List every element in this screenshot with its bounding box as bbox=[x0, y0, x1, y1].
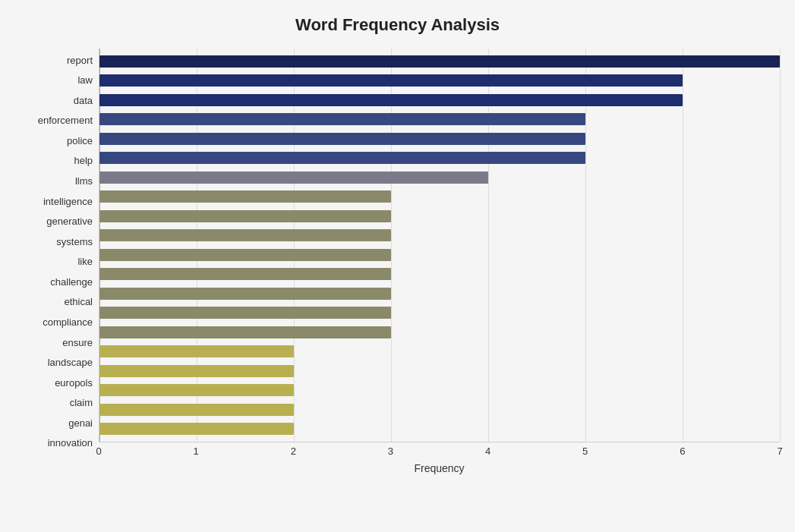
y-label: challenge bbox=[50, 272, 93, 291]
x-tick: 2 bbox=[291, 445, 296, 457]
bar-row bbox=[99, 245, 780, 265]
bar-row bbox=[99, 304, 780, 323]
chart-container: Word Frequency Analysis reportlawdataenf… bbox=[0, 0, 795, 532]
x-tick: 1 bbox=[194, 445, 199, 457]
bar bbox=[99, 229, 391, 241]
y-label: ensure bbox=[62, 332, 93, 352]
y-label: like bbox=[77, 252, 93, 272]
x-tick: 4 bbox=[485, 445, 491, 457]
y-label: police bbox=[67, 131, 93, 150]
bar bbox=[99, 423, 294, 435]
y-axis: reportlawdataenforcementpolicehelpllmsin… bbox=[15, 49, 99, 474]
bar-row bbox=[99, 400, 780, 420]
bar-row bbox=[99, 110, 780, 130]
bar bbox=[99, 268, 391, 280]
bar-row bbox=[99, 342, 780, 362]
bar bbox=[99, 345, 294, 357]
y-label: law bbox=[77, 71, 93, 90]
y-label: data bbox=[74, 90, 93, 110]
x-tick: 7 bbox=[777, 445, 782, 457]
bar bbox=[99, 288, 391, 300]
x-tick: 5 bbox=[582, 445, 588, 457]
bar bbox=[99, 172, 488, 184]
bar-row bbox=[99, 187, 780, 207]
bar-row bbox=[99, 206, 780, 226]
bar bbox=[99, 404, 294, 416]
x-tick: 6 bbox=[680, 445, 685, 457]
chart-title: Word Frequency Analysis bbox=[15, 15, 780, 35]
y-label: llms bbox=[75, 171, 93, 190]
bars-and-x: 01234567 Frequency bbox=[99, 49, 780, 474]
y-label: intelligence bbox=[43, 191, 93, 211]
bar bbox=[99, 190, 391, 203]
bar-row bbox=[99, 323, 780, 342]
bar bbox=[99, 249, 391, 261]
bar bbox=[99, 365, 294, 377]
bar bbox=[99, 74, 683, 87]
bar bbox=[99, 210, 391, 222]
bar bbox=[99, 152, 585, 164]
bar-row bbox=[99, 381, 780, 401]
bar bbox=[99, 55, 780, 68]
bar-row bbox=[99, 284, 780, 304]
y-label: enforcement bbox=[38, 111, 93, 131]
bar-row bbox=[99, 168, 780, 187]
grid-line bbox=[780, 49, 781, 442]
x-tick: 0 bbox=[96, 445, 101, 457]
bar-row bbox=[99, 265, 780, 285]
y-label: landscape bbox=[48, 353, 93, 373]
bar bbox=[99, 326, 391, 338]
bar-row bbox=[99, 420, 780, 439]
chart-area: reportlawdataenforcementpolicehelpllmsin… bbox=[15, 49, 780, 474]
y-label: help bbox=[74, 151, 93, 171]
bars-area bbox=[99, 49, 780, 442]
bar-row bbox=[99, 90, 780, 110]
x-axis: 01234567 bbox=[99, 442, 780, 459]
x-tick: 3 bbox=[388, 445, 393, 457]
y-label: ethical bbox=[64, 292, 93, 312]
y-label: generative bbox=[46, 212, 93, 231]
bar-row bbox=[99, 361, 780, 381]
y-label: report bbox=[67, 50, 93, 70]
bar-row bbox=[99, 52, 780, 71]
y-label: innovation bbox=[48, 433, 93, 453]
bar-row bbox=[99, 71, 780, 91]
y-label: claim bbox=[70, 393, 93, 413]
bar-row bbox=[99, 226, 780, 246]
bar bbox=[99, 307, 391, 319]
bar bbox=[99, 113, 585, 125]
y-label: genai bbox=[68, 413, 93, 433]
bar bbox=[99, 94, 683, 106]
x-axis-label: Frequency bbox=[99, 462, 780, 474]
y-label: systems bbox=[56, 231, 93, 251]
bar-row bbox=[99, 149, 780, 168]
y-label: compliance bbox=[43, 313, 93, 332]
y-label: europols bbox=[55, 373, 93, 392]
bar bbox=[99, 133, 585, 145]
bar bbox=[99, 384, 294, 396]
bar-row bbox=[99, 129, 780, 149]
